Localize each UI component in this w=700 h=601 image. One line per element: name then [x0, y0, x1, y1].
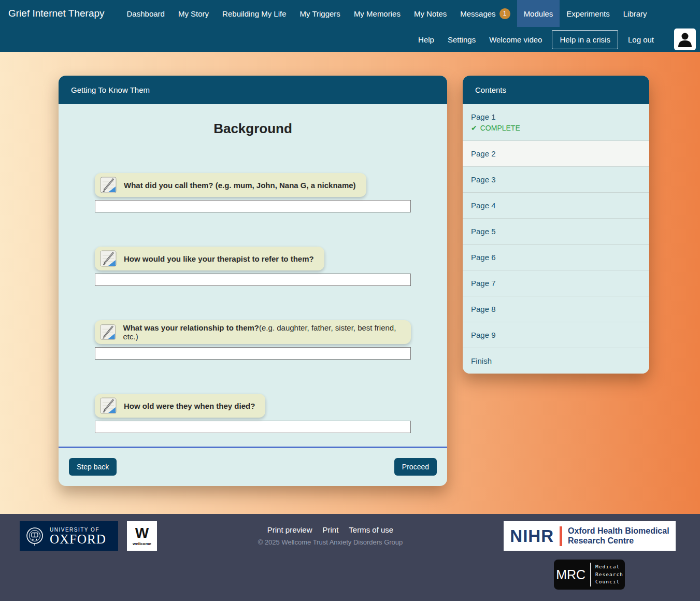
answer-input-3[interactable] [95, 347, 411, 360]
module-card-header: Getting To Know Them [59, 76, 447, 104]
toc-item-label: Page 1 [471, 112, 641, 121]
help-in-a-crisis-button[interactable]: Help in a crisis [552, 30, 618, 49]
footer-center: Print preview Print Terms of use © 2025 … [258, 521, 403, 601]
oxford-logo-text: UNIVERSITY OF OXFORD [50, 527, 106, 546]
question-group-4: How old were they when they died? [95, 394, 411, 433]
mrc-name-line3: Council [595, 579, 620, 584]
nav-item-experiments[interactable]: Experiments [560, 0, 616, 27]
nav-item-my-notes[interactable]: My Notes [407, 0, 453, 27]
messages-count-badge: 1 [499, 8, 510, 19]
nav-item-messages[interactable]: Messages 1 [453, 0, 517, 27]
secondary-nav: Help Settings Welcome video Help in a cr… [0, 27, 700, 52]
nav-item-log-out[interactable]: Log out [621, 35, 661, 44]
question-label-bold: What was your relationship to them? [123, 323, 260, 332]
top-navbar: Grief Internet Therapy Dashboard My Stor… [0, 0, 700, 52]
notepad-pen-icon [99, 323, 117, 341]
module-card-body: Background What did you call them? (e.g.… [59, 104, 447, 447]
notepad-pen-icon [99, 250, 117, 267]
proceed-button[interactable]: Proceed [394, 458, 437, 476]
question-label: How old were they when they died? [124, 402, 255, 410]
toc-item-page-1[interactable]: Page 1 ✔ COMPLETE [463, 104, 649, 141]
toc-item-page-4[interactable]: Page 4 [463, 193, 649, 219]
module-card-footer: Step back Proceed [59, 447, 447, 486]
app-title: Grief Internet Therapy [8, 0, 105, 27]
nav-item-modules[interactable]: Modules [517, 0, 560, 27]
question-bubble-4: How old were they when they died? [95, 394, 265, 418]
question-label: What was your relationship to them?(e.g.… [123, 323, 401, 341]
question-group-2: How would you like your therapist to ref… [95, 247, 411, 286]
wellcome-trust-logo: W wellcome [127, 521, 157, 551]
nav-item-my-story[interactable]: My Story [172, 0, 216, 27]
toc-item-page-3[interactable]: Page 3 [463, 167, 649, 193]
toc-item-page-8[interactable]: Page 8 [463, 296, 649, 322]
oxford-university-logo: UNIVERSITY OF OXFORD [20, 521, 118, 551]
copyright-text: © 2025 Wellcome Trust Anxiety Disorders … [258, 538, 403, 546]
nihr-logo: NIHR Oxford Health Biomedical Research C… [504, 521, 676, 551]
answer-input-4[interactable] [95, 421, 411, 433]
nav-item-settings[interactable]: Settings [441, 35, 482, 44]
nav-item-rebuilding-my-life[interactable]: Rebuilding My Life [216, 0, 293, 27]
print-preview-link[interactable]: Print preview [267, 525, 312, 534]
toc-item-page-2[interactable]: Page 2 [463, 141, 649, 167]
nihr-divider-bar [560, 526, 562, 546]
toc-item-page-5[interactable]: Page 5 [463, 219, 649, 245]
footer-logos-right: NIHR Oxford Health Biomedical Research C… [504, 521, 676, 601]
oxford-line1: UNIVERSITY OF [50, 527, 106, 533]
toc-item-page-6[interactable]: Page 6 [463, 245, 649, 270]
mrc-abbr: MRC [556, 567, 585, 582]
question-label: How would you like your therapist to ref… [124, 254, 314, 263]
wellcome-w-icon: W [135, 526, 149, 540]
nav-item-my-triggers[interactable]: My Triggers [293, 0, 347, 27]
mrc-logo: MRC Medical Research Council [554, 560, 625, 590]
mrc-name-line1: Medical [595, 564, 620, 569]
question-label: What did you call them? (e.g. mum, John,… [124, 181, 356, 190]
site-footer: UNIVERSITY OF OXFORD W wellcome Print pr… [0, 514, 700, 601]
nav-item-my-memories[interactable]: My Memories [347, 0, 407, 27]
terms-of-use-link[interactable]: Terms of use [349, 525, 393, 534]
contents-panel: Contents Page 1 ✔ COMPLETE Page 2 Page 3… [463, 76, 649, 374]
mrc-name: Medical Research Council [595, 563, 623, 586]
toc-item-status: ✔ COMPLETE [471, 124, 641, 132]
contents-header: Contents [463, 76, 649, 104]
nav-item-help[interactable]: Help [411, 35, 441, 44]
print-link[interactable]: Print [322, 525, 338, 534]
toc-item-page-7[interactable]: Page 7 [463, 270, 649, 296]
nihr-name: Oxford Health Biomedical Research Centre [568, 526, 669, 546]
answer-input-1[interactable] [95, 200, 411, 212]
nihr-abbr: NIHR [510, 526, 554, 546]
module-card: Getting To Know Them Background What [59, 76, 447, 486]
footer-logos-left: UNIVERSITY OF OXFORD W wellcome [20, 521, 157, 601]
step-back-button[interactable]: Step back [69, 458, 117, 476]
oxford-line2: OXFORD [50, 533, 106, 546]
notepad-pen-icon [99, 176, 117, 194]
notepad-pen-icon [99, 397, 117, 414]
user-avatar-button[interactable] [674, 28, 696, 50]
question-bubble-2: How would you like your therapist to ref… [95, 247, 324, 270]
nihr-name-line2: Research Centre [568, 536, 634, 545]
nav-item-welcome-video[interactable]: Welcome video [482, 35, 549, 44]
user-avatar-icon [677, 32, 693, 47]
main-content: Getting To Know Them Background What [0, 52, 700, 514]
nav-item-library[interactable]: Library [617, 0, 654, 27]
question-bubble-1: What did you call them? (e.g. mum, John,… [95, 173, 366, 197]
oxford-crest-icon [24, 526, 45, 547]
question-group-3: What was your relationship to them?(e.g.… [95, 320, 411, 360]
nav-item-dashboard[interactable]: Dashboard [120, 0, 172, 27]
question-bubble-3: What was your relationship to them?(e.g.… [95, 320, 411, 344]
question-group-1: What did you call them? (e.g. mum, John,… [95, 173, 411, 212]
page-title: Background [95, 121, 411, 137]
check-icon: ✔ [471, 124, 477, 132]
toc-item-page-9[interactable]: Page 9 [463, 322, 649, 348]
toc-status-label: COMPLETE [480, 124, 520, 132]
footer-links: Print preview Print Terms of use [258, 525, 403, 534]
primary-nav: Grief Internet Therapy Dashboard My Stor… [0, 0, 700, 27]
toc-item-finish[interactable]: Finish [463, 348, 649, 374]
answer-input-2[interactable] [95, 274, 411, 286]
wellcome-wordmark: wellcome [133, 541, 151, 546]
mrc-divider-bar [590, 563, 591, 586]
nav-item-messages-label: Messages [460, 9, 495, 18]
mrc-name-line2: Research [595, 571, 623, 577]
nihr-name-line1: Oxford Health Biomedical [568, 526, 669, 535]
